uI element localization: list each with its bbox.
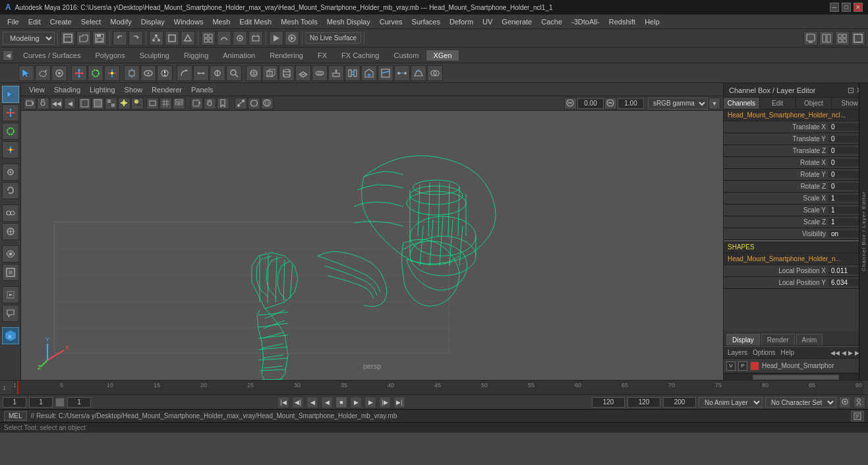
menu-item-redshift[interactable]: Redshift [604,16,640,27]
single-view-button[interactable] [851,31,865,46]
h-scrollbar[interactable] [724,373,868,380]
open-button[interactable] [76,31,91,46]
step-back-button[interactable]: ◀| [292,396,304,408]
lasso-tool-button[interactable] [2,182,19,199]
quad-view-button[interactable] [835,31,850,46]
show-manip-icon[interactable] [157,65,173,81]
menu-item-3dto[interactable]: -3DtoAll- [567,16,604,27]
paint-select-icon[interactable] [51,65,67,81]
prev-keyframe-button[interactable]: |◀ [277,396,289,408]
polygon-torus-icon[interactable] [312,65,328,81]
scale-input[interactable]: 1.00 [618,98,644,109]
polygon-cube-icon[interactable] [262,65,278,81]
menu-item-help[interactable]: Help [640,16,664,27]
tab-display[interactable]: Display [726,334,760,346]
bridge-icon[interactable] [345,65,361,81]
tab-polygons[interactable]: Polygons [88,49,132,61]
menu-item-file[interactable]: File [3,16,24,27]
layout-button[interactable] [819,31,834,46]
vp-colorspace-expand[interactable]: ▼ [709,98,720,109]
tumble-icon[interactable] [177,65,192,81]
vp-wireframe-icon[interactable] [78,98,91,109]
vp-textured-icon[interactable] [105,98,117,109]
layer-color-swatch[interactable] [750,361,759,371]
menu-item-edit-mesh[interactable]: Edit Mesh [235,16,276,27]
select-by-hierarchy[interactable] [149,31,163,46]
tab-options[interactable]: Options [753,349,775,356]
vp-camera-icon[interactable] [24,98,36,109]
layer-item[interactable]: V P Head_Mount_Smartphor [724,359,868,373]
polygon-plane-icon[interactable] [295,65,311,81]
menu-item-generate[interactable]: Generate [497,16,536,27]
menu-item-cache[interactable]: Cache [536,16,567,27]
menu-item-surfaces[interactable]: Surfaces [407,16,445,27]
menu-item-modify[interactable]: Modify [105,16,136,27]
show-hide-button[interactable] [2,245,19,263]
polygon-sphere-icon[interactable] [246,65,262,81]
vp-shaded-icon[interactable] [92,98,104,109]
layer-icon-prev[interactable]: ◀ [842,350,846,356]
close-button[interactable]: ✕ [854,3,863,12]
ipr-render[interactable] [285,31,299,46]
range-end-input[interactable] [592,397,625,408]
title-controls[interactable]: ─ □ ✕ [830,3,863,12]
tab-xgen[interactable]: XGen [426,49,459,61]
timeline-playhead[interactable] [17,381,18,394]
redo-button[interactable] [129,31,143,46]
maximize-button[interactable]: □ [842,3,851,12]
menu-item-mesh-display[interactable]: Mesh Display [322,16,375,27]
anim-prefs-button[interactable] [839,396,851,408]
tab-edit[interactable]: Edit [760,98,796,109]
vp-all-lights-icon[interactable] [118,98,130,109]
vp-menu-lighting[interactable]: Lighting [86,85,119,94]
tab-fx-caching[interactable]: FX Caching [334,49,386,61]
vp-menu-view[interactable]: View [25,85,49,94]
rotate-tool-button[interactable] [2,123,19,140]
play-forward-button[interactable]: ▶ [350,396,362,408]
append-icon[interactable] [361,65,377,81]
tab-fx[interactable]: FX [310,49,334,61]
vp-playblast-icon[interactable] [190,98,203,109]
stop-button[interactable]: ■ [335,396,347,408]
soft-mod-icon[interactable] [140,65,156,81]
minimize-button[interactable]: ─ [830,3,839,12]
select-tool-button[interactable] [2,86,19,103]
new-scene-button[interactable] [61,31,75,46]
menu-item-display[interactable]: Display [136,16,169,27]
step-forward-frame[interactable]: ▶ [364,396,376,408]
boolean-icon[interactable] [427,65,443,81]
bevel-icon[interactable] [411,65,426,81]
exposure-input[interactable]: 0.00 [577,98,604,109]
menu-item-mesh[interactable]: Mesh [208,16,235,27]
annotation-button[interactable] [2,305,19,322]
vp-exposure-minus[interactable] [564,98,577,109]
script-icon[interactable] [851,411,864,421]
max-end-input[interactable] [663,397,696,408]
tab-curves-surfaces[interactable]: Curves / Surfaces [16,49,88,61]
frame-all-button[interactable] [2,264,19,281]
xgen-button[interactable]: X [2,327,19,344]
display-settings-button[interactable] [803,31,818,46]
next-keyframe-button[interactable]: ▶| [393,396,405,408]
vp-hud-icon[interactable] [173,98,185,109]
polygon-cyl-icon[interactable] [279,65,295,81]
vp-back-icon[interactable]: ◀ [64,98,76,109]
viewport[interactable]: View Shading Lighting Show Renderer Pane… [21,83,723,380]
scale-tool-button[interactable] [2,141,19,158]
tab-rendering[interactable]: Rendering [262,49,310,61]
snap-together-button[interactable] [2,204,19,222]
select-by-object-type[interactable] [165,31,179,46]
vp-menu-shading[interactable]: Shading [50,85,84,94]
rotate-icon[interactable] [88,65,103,81]
tab-object[interactable]: Object [796,98,832,109]
current-frame-input[interactable] [3,397,26,408]
tab-animation[interactable]: Animation [216,49,262,61]
snap-to-grid[interactable] [201,31,216,46]
menu-item-deform[interactable]: Deform [445,16,478,27]
mode-selector[interactable]: Modeling [3,32,55,45]
vp-resolution-gate-icon[interactable] [146,98,159,109]
play-back-button[interactable]: ◀ [321,396,333,408]
vp-nurbs-icon[interactable] [261,98,274,109]
panel-float-icon[interactable]: ⊡ [848,86,854,95]
vp-menu-panels[interactable]: Panels [187,85,217,94]
